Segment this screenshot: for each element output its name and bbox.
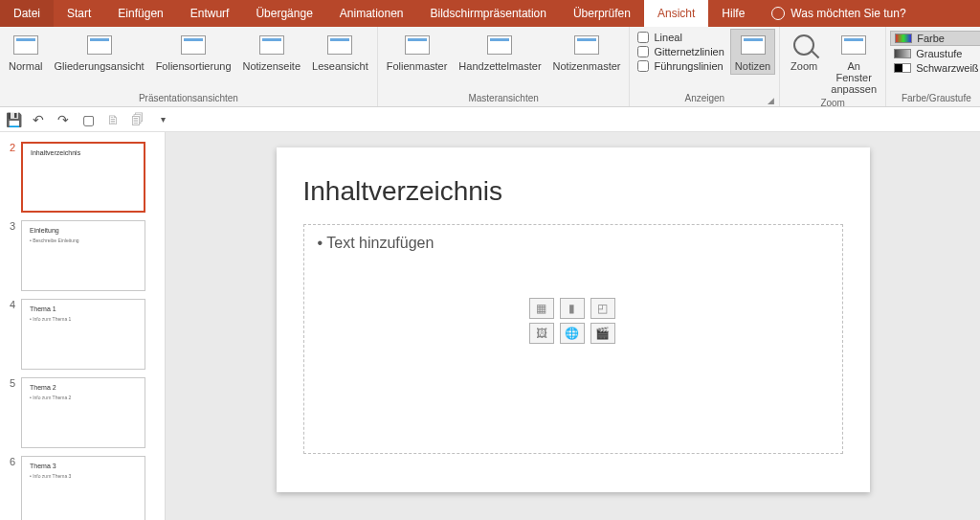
group-show: Lineal Gitternetzlinien Führungslinien N… — [630, 27, 780, 106]
grayscale-button[interactable]: Graustufe — [890, 47, 980, 60]
fit-window-icon — [838, 32, 869, 58]
zoom-button[interactable]: Zoom — [784, 29, 824, 75]
tab-start[interactable]: Start — [54, 0, 104, 27]
bw-swatch-icon — [894, 63, 911, 73]
tell-me-text: Was möchten Sie tun? — [791, 7, 905, 20]
slide-number: 5 — [4, 377, 15, 448]
slide-thumbnail-preview: Thema 2• Info zum Thema 2 — [21, 377, 145, 448]
guides-checkbox[interactable]: Führungslinien — [634, 59, 727, 73]
reading-view-button[interactable]: Leseansicht — [307, 29, 373, 75]
tab-slideshow[interactable]: Bildschirmpräsentation — [417, 0, 560, 27]
normal-view-button[interactable]: Normal — [4, 29, 47, 75]
insert-video-icon[interactable]: 🎬 — [590, 323, 615, 344]
color-button[interactable]: Farbe — [890, 31, 980, 46]
insert-smartart-icon[interactable]: ◰ — [590, 298, 615, 319]
show-dialog-launcher[interactable]: ◢ — [768, 96, 777, 105]
insert-picture-icon[interactable]: 🖼 — [529, 323, 554, 344]
outline-view-button[interactable]: Gliederungsansicht — [49, 29, 148, 75]
notes-icon — [738, 32, 768, 58]
ruler-checkbox[interactable]: Lineal — [634, 31, 727, 44]
gridlines-checkbox[interactable]: Gitternetzlinien — [634, 45, 727, 58]
group-color-label: Farbe/Graustufe — [890, 93, 980, 105]
guides-checkbox-input[interactable] — [637, 60, 649, 72]
slide-number: 3 — [4, 220, 15, 291]
slide-number: 4 — [4, 299, 15, 370]
slide-canvas: Inhaltverzeichnis Text hinzufügen ▦ ▮ ◰ … — [166, 132, 980, 520]
color-swatch-icon — [895, 34, 912, 43]
tab-transitions[interactable]: Übergänge — [242, 0, 325, 27]
ruler-checkbox-input[interactable] — [637, 32, 649, 43]
group-zoom: Zoom An Fenster anpassen Zoom — [780, 27, 886, 106]
notes-master-icon — [571, 32, 602, 58]
quick-access-toolbar: 💾 ↶ ↷ ▢ 🗎 🗐 ▾ — [0, 107, 980, 132]
tab-view[interactable]: Ansicht — [644, 0, 708, 27]
placeholder-text[interactable]: Text hinzufügen — [318, 235, 829, 252]
group-presentation-views-label: Präsentationsansichten — [4, 93, 373, 105]
notes-page-icon — [256, 32, 287, 58]
notes-button[interactable]: Notizen — [730, 29, 775, 75]
content-placeholder[interactable]: Text hinzufügen ▦ ▮ ◰ 🖼 🌐 🎬 — [303, 224, 843, 454]
qat-icon-2[interactable]: 🗐 — [130, 112, 145, 127]
tab-file[interactable]: Datei — [0, 0, 54, 27]
outline-view-icon — [84, 32, 115, 58]
slide-thumbnail[interactable]: 6Thema 3• Info zum Thema 3 — [0, 452, 165, 520]
slide-thumbnail-preview: Inhaltverzeichnis — [21, 142, 145, 213]
ribbon: Normal Gliederungsansicht Foliensortieru… — [0, 27, 980, 107]
redo-icon[interactable]: ↷ — [56, 112, 71, 127]
insert-chart-icon[interactable]: ▮ — [560, 298, 585, 319]
handout-master-button[interactable]: Handzettelmaster — [454, 29, 546, 75]
slide-thumbnail[interactable]: 3Einleitung• Beschreibe Einleitung — [0, 216, 165, 295]
group-master-views: Folienmaster Handzettelmaster Notizenmas… — [378, 27, 631, 106]
customize-qat-icon[interactable]: ▾ — [155, 112, 170, 127]
notes-master-button[interactable]: Notizenmaster — [548, 29, 626, 75]
menu-tabs: Datei Start Einfügen Entwurf Übergänge A… — [0, 0, 980, 27]
slide-sorter-button[interactable]: Foliensortierung — [151, 29, 236, 75]
slide-sorter-icon — [178, 32, 209, 58]
slide-master-icon — [402, 32, 433, 58]
grayscale-swatch-icon — [894, 49, 911, 58]
slide[interactable]: Inhaltverzeichnis Text hinzufügen ▦ ▮ ◰ … — [277, 147, 870, 492]
start-from-beginning-icon[interactable]: ▢ — [80, 112, 96, 127]
slide-number: 2 — [4, 142, 15, 213]
normal-view-icon — [11, 32, 41, 58]
slide-thumbnails-panel[interactable]: 2Inhaltverzeichnis3Einleitung• Beschreib… — [0, 132, 166, 520]
slide-thumbnail[interactable]: 2Inhaltverzeichnis — [0, 138, 165, 216]
tab-design[interactable]: Entwurf — [177, 0, 243, 27]
group-presentation-views: Normal Gliederungsansicht Foliensortieru… — [0, 27, 378, 106]
lightbulb-icon — [771, 7, 785, 20]
qat-icon-1[interactable]: 🗎 — [105, 112, 121, 127]
slide-thumbnail-preview: Einleitung• Beschreibe Einleitung — [21, 220, 145, 291]
undo-icon[interactable]: ↶ — [31, 112, 46, 127]
insert-online-picture-icon[interactable]: 🌐 — [560, 323, 585, 344]
tab-help[interactable]: Hilfe — [708, 0, 758, 27]
slide-thumbnail-preview: Thema 3• Info zum Thema 3 — [21, 456, 145, 520]
group-master-views-label: Masteransichten — [382, 93, 626, 105]
slide-number: 6 — [4, 456, 15, 520]
notes-page-button[interactable]: Notizenseite — [238, 29, 306, 75]
slide-thumbnail-preview: Thema 1• Info zum Thema 1 — [21, 299, 145, 370]
blackwhite-button[interactable]: Schwarzweiß — [890, 61, 980, 75]
tab-review[interactable]: Überprüfen — [560, 0, 644, 27]
handout-master-icon — [484, 32, 515, 58]
reading-view-icon — [324, 32, 355, 58]
slide-master-button[interactable]: Folienmaster — [382, 29, 453, 75]
media-icons-grid: ▦ ▮ ◰ 🖼 🌐 🎬 — [529, 298, 617, 344]
save-icon[interactable]: 💾 — [6, 112, 21, 127]
group-color-grayscale: Farbe Graustufe Schwarzweiß Farbe/Graust… — [886, 27, 980, 106]
slide-thumbnail[interactable]: 5Thema 2• Info zum Thema 2 — [0, 373, 165, 452]
work-area: 2Inhaltverzeichnis3Einleitung• Beschreib… — [0, 132, 980, 520]
tab-insert[interactable]: Einfügen — [104, 0, 176, 27]
slide-thumbnail[interactable]: 4Thema 1• Info zum Thema 1 — [0, 295, 165, 373]
group-show-label: Anzeigen — [634, 93, 775, 105]
fit-window-button[interactable]: An Fenster anpassen — [826, 29, 881, 98]
insert-table-icon[interactable]: ▦ — [529, 298, 554, 319]
gridlines-checkbox-input[interactable] — [637, 46, 649, 57]
tab-animations[interactable]: Animationen — [326, 0, 417, 27]
zoom-icon — [789, 32, 819, 58]
slide-title[interactable]: Inhaltverzeichnis — [303, 176, 843, 207]
group-zoom-label: Zoom — [784, 98, 881, 110]
tell-me[interactable]: Was möchten Sie tun? — [758, 0, 919, 27]
